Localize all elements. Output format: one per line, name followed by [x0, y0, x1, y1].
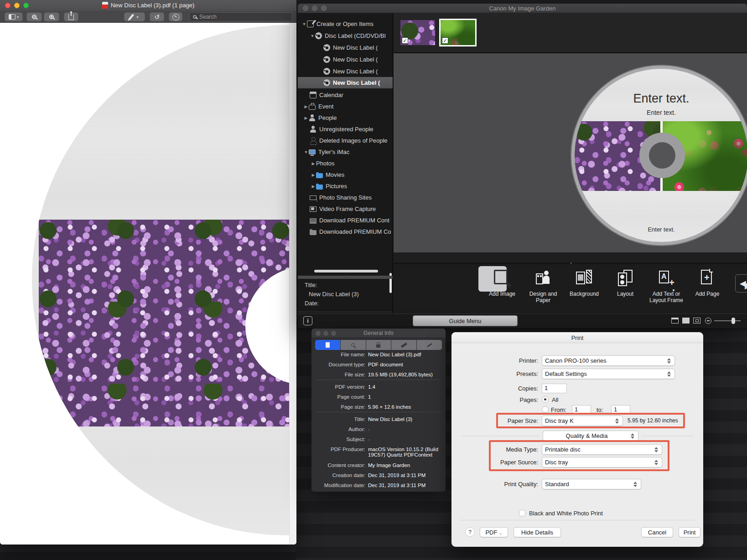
pen-icon	[129, 14, 134, 20]
pages-from-radio[interactable]	[542, 406, 549, 413]
tab-general-info[interactable]	[315, 340, 340, 350]
print-quality-select[interactable]: Standard	[542, 479, 641, 489]
pdf-file-icon	[102, 2, 108, 9]
disclosure-down-icon[interactable]: ▼	[303, 150, 309, 154]
sidebar-item-deleted-images[interactable]: Deleted Images of People	[298, 135, 393, 146]
info-icon[interactable]: i	[303, 316, 312, 325]
print-confirm-button[interactable]: Print	[679, 527, 700, 537]
design-and-paper-button[interactable]: Design and Paper	[524, 269, 563, 303]
create-items-icon	[307, 21, 314, 27]
general-info-titlebar: General Info	[311, 329, 446, 338]
sidebar-item-new-disc-label-1[interactable]: New Disc Label (	[298, 42, 393, 53]
disclosure-right-icon[interactable]: ▶	[303, 104, 309, 109]
paper-size-select[interactable]: Disc tray K	[542, 416, 623, 426]
copies-field[interactable]: 1	[542, 384, 567, 393]
hide-details-button[interactable]: Hide Details	[514, 527, 561, 537]
full-view-icon[interactable]	[682, 318, 690, 324]
share-button[interactable]	[64, 12, 78, 21]
tab-crop[interactable]	[391, 340, 416, 350]
zoom-in-button[interactable]	[44, 12, 59, 21]
cancel-button[interactable]: Cancel	[641, 527, 673, 537]
disclosure-right-icon[interactable]: ▶	[303, 116, 309, 120]
add-image-icon: +	[492, 269, 512, 289]
add-page-button[interactable]: + Add Page	[688, 269, 727, 297]
add-text-or-layout-frame-button[interactable]: A + ▼ Add Text or Layout Frame	[647, 269, 686, 303]
sidebar-item-photos[interactable]: ▶ Photos	[298, 158, 393, 169]
markup-toolbar-button[interactable]: ✎	[169, 12, 182, 21]
paper-size-label: Paper Size:	[470, 417, 538, 424]
sidebar-item-people[interactable]: ▶ People	[298, 112, 393, 123]
sidebar-item-movies[interactable]: ▶ Movies	[298, 169, 393, 180]
disc-title-text[interactable]: Enter text.	[575, 92, 747, 106]
collapsed-panel-arrow-button[interactable]: ◀	[735, 274, 747, 293]
checkbox-checked[interactable]: ✓	[402, 37, 408, 44]
media-type-select[interactable]: Printable disc	[542, 444, 662, 455]
rotate-button[interactable]: ↺	[150, 12, 164, 21]
sidebar-item-new-disc-label-3[interactable]: New Disc Label (	[298, 66, 393, 77]
markup-pen-button[interactable]: ▾	[124, 12, 145, 21]
lock-icon	[376, 344, 380, 348]
pages-all-radio[interactable]	[542, 396, 549, 403]
add-image-button[interactable]: + Add Image	[482, 269, 522, 297]
tab-annotations[interactable]	[417, 340, 442, 350]
zoom-out-icon[interactable]	[705, 318, 711, 324]
premium-contents-icon	[310, 218, 316, 224]
sidebar-item-tylers-imac[interactable]: ▼ Tyler's iMac	[298, 146, 393, 158]
print-dialog-titlebar: Print	[451, 332, 703, 343]
help-button[interactable]: ?	[465, 527, 475, 537]
sidebar-splitter-handle[interactable]	[298, 276, 393, 279]
sidebar-item-event[interactable]: ▶ Event	[298, 101, 393, 112]
sidebar-item-photo-sharing[interactable]: Photo Sharing Sites	[298, 192, 393, 203]
thumbnail-bleeding-hearts[interactable]: ✓	[441, 20, 475, 45]
disclosure-right-icon[interactable]: ▶	[311, 173, 316, 177]
tab-encryption[interactable]	[366, 340, 391, 350]
guide-menu-button[interactable]: Guide Menu	[413, 315, 518, 326]
printer-select[interactable]: Canon PRO-100 series	[542, 355, 675, 366]
disclosure-down-icon[interactable]: ▼	[301, 22, 307, 26]
search-icon	[193, 15, 197, 19]
search-placeholder: Search	[199, 14, 217, 20]
sidebar-item-new-disc-label-selected[interactable]: New Disc Label (	[298, 77, 393, 88]
stepper-icon	[614, 418, 620, 424]
tab-keywords[interactable]	[341, 340, 366, 350]
layout-button[interactable]: Layout	[606, 269, 645, 297]
disc-preview[interactable]: Enter text. Enter text. Enter text.	[571, 66, 747, 245]
sidebar-item-video-frame-capture[interactable]: Video Frame Capture	[298, 203, 393, 215]
zoom-slider[interactable]	[714, 320, 741, 321]
scrollbar-gutter[interactable]	[289, 23, 296, 545]
horizontal-scrollbar[interactable]	[314, 270, 378, 272]
calendar-icon	[310, 92, 316, 98]
zoom-slider-thumb[interactable]	[731, 318, 735, 324]
sidebar-item-new-disc-label-2[interactable]: New Disc Label (	[298, 54, 393, 65]
window-view-icon[interactable]	[671, 318, 679, 324]
disc-subtitle-text[interactable]: Enter text.	[575, 109, 747, 116]
bw-photo-print-checkbox[interactable]	[519, 510, 525, 516]
zoom-out-button[interactable]	[26, 12, 42, 21]
search-icon	[351, 343, 355, 347]
person-icon	[310, 126, 316, 133]
rotate-icon: ↺	[154, 13, 160, 21]
sidebar-item-pictures[interactable]: ▶ Pictures	[298, 180, 393, 192]
sidebar-item-create-or-open[interactable]: ▼ Create or Open Items	[298, 18, 393, 30]
search-field[interactable]: Search	[189, 12, 292, 21]
disc-bottom-text[interactable]: Enter text.	[575, 226, 747, 233]
settings-section-select[interactable]: Quality & Media	[543, 431, 638, 441]
sidebar-view-button[interactable]: ▾	[5, 12, 23, 21]
document-icon	[326, 342, 330, 348]
thumbnail-lilac[interactable]: ✓	[400, 20, 435, 45]
sidebar-item-calendar[interactable]: Calendar	[298, 89, 393, 101]
disclosure-right-icon[interactable]: ▶	[311, 161, 316, 166]
background-button[interactable]: Background	[565, 269, 604, 297]
checkbox-checked[interactable]: ✓	[442, 37, 448, 44]
presets-select[interactable]: Default Settings	[542, 369, 675, 379]
disclosure-down-icon[interactable]: ▼	[310, 34, 315, 38]
sidebar-item-unregistered-people[interactable]: Unregistered People	[298, 123, 393, 135]
add-text-icon: A + ▼	[656, 269, 676, 289]
pdf-menu-button[interactable]: PDF ⌄	[480, 527, 508, 537]
paper-source-select[interactable]: Disc tray	[542, 457, 662, 468]
sidebar-item-download-premium[interactable]: Download PREMIUM Cont	[298, 215, 393, 226]
sidebar-item-downloaded-premium[interactable]: Downloaded PREMIUM Co	[298, 226, 393, 237]
sidebar-item-disc-label[interactable]: ▼ Disc Label (CD/DVD/Bl	[298, 30, 393, 41]
disclosure-right-icon[interactable]: ▶	[311, 184, 316, 189]
fit-view-icon[interactable]	[693, 318, 700, 324]
